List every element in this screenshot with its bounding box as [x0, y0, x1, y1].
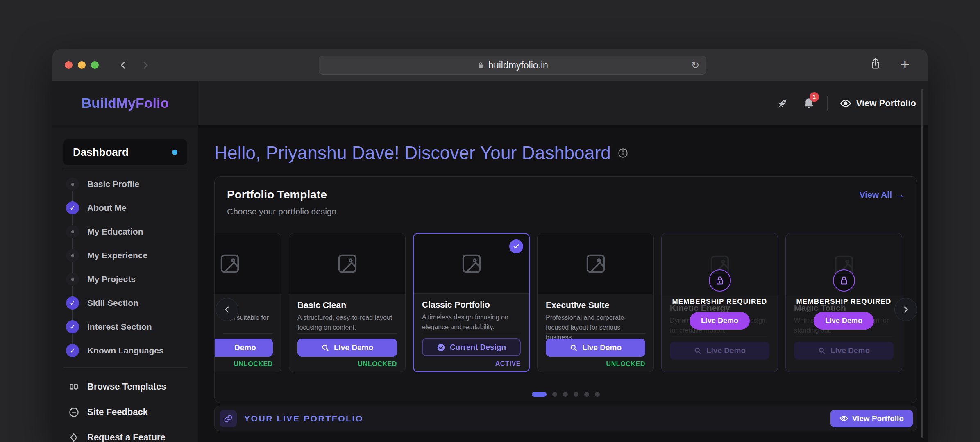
template-title: Classic Portfolio — [422, 300, 521, 310]
template-card-basic-clean[interactable]: Basic Clean A structured, easy-to-read l… — [289, 233, 406, 372]
status-badge: ACTIVE — [422, 360, 521, 367]
divider — [827, 96, 828, 111]
info-icon[interactable] — [617, 148, 628, 159]
current-design-button[interactable]: Current Design — [422, 338, 521, 356]
minimize-window-button[interactable] — [78, 61, 86, 69]
back-icon[interactable] — [116, 58, 130, 72]
template-description: A timeless design focusing on elegance a… — [422, 312, 521, 332]
divider — [63, 367, 187, 368]
live-demo-button[interactable]: Live Demo — [546, 339, 645, 357]
browser-window: buildmyfolio.in ↻ + BuildMyFolio Dashboa… — [52, 49, 928, 442]
notifications-bell-icon[interactable]: 1 — [803, 97, 815, 109]
templates-icon — [67, 381, 80, 392]
step-my-experience[interactable]: My Experience — [52, 244, 198, 267]
step-circle-icon — [66, 249, 79, 262]
check-icon: ✓ — [66, 201, 79, 214]
live-demo-button[interactable]: Demo — [215, 339, 273, 357]
eye-icon — [839, 414, 848, 423]
step-basic-profile[interactable]: Basic Profile — [52, 172, 198, 196]
close-window-button[interactable] — [65, 61, 73, 69]
step-skill-section[interactable]: ✓Skill Section — [52, 291, 198, 315]
membership-required-label: MEMBERSHIP REQUIRED — [672, 298, 767, 306]
screenshot: buildmyfolio.in ↻ + BuildMyFolio Dashboa… — [0, 0, 980, 442]
search-icon — [569, 344, 578, 352]
check-circle-icon — [437, 343, 445, 352]
sidebar-links: Browse Templates Site Feedback Request a… — [52, 374, 198, 442]
membership-overlay: MEMBERSHIP REQUIRED Live Demo — [786, 233, 902, 369]
dashboard-label: Dashboard — [73, 146, 129, 159]
carousel-next-button[interactable] — [894, 298, 917, 321]
pagination-dot[interactable] — [563, 392, 568, 397]
sidebar-item-request-feature[interactable]: Request a Feature — [52, 425, 198, 442]
pagination-dot[interactable] — [584, 392, 589, 397]
feedback-icon — [67, 407, 80, 418]
url-text: buildmyfolio.in — [488, 60, 548, 71]
step-interest-section[interactable]: ✓Interest Section — [52, 315, 198, 339]
template-card-kinetic-energy[interactable]: Kinetic Energy Dynamic and high-energy d… — [661, 233, 778, 372]
sidebar-item-site-feedback[interactable]: Site Feedback — [52, 399, 198, 425]
share-icon[interactable] — [869, 57, 882, 71]
reload-icon[interactable]: ↻ — [691, 60, 699, 70]
template-card-classic-portfolio[interactable]: Classic Portfolio A timeless design focu… — [413, 233, 530, 372]
notification-badge: 1 — [810, 92, 819, 102]
carousel-prev-button[interactable] — [216, 298, 238, 321]
template-carousel: l sign suitable for Demo UNLOCKED — [215, 233, 917, 372]
pagination-dot[interactable] — [595, 392, 600, 397]
view-portfolio-link[interactable]: View Portfolio — [840, 98, 916, 109]
rocket-icon[interactable] — [776, 97, 789, 109]
sidebar: BuildMyFolio Dashboard Basic Profile ✓Ab… — [52, 81, 198, 442]
arrow-right-icon: → — [896, 190, 905, 200]
address-bar[interactable]: buildmyfolio.in ↻ — [319, 56, 706, 75]
page-title: Hello, Priyanshu Dave! Discover Your Das… — [214, 143, 611, 163]
forward-icon[interactable] — [138, 58, 152, 72]
view-portfolio-button[interactable]: View Portfolio — [830, 410, 913, 427]
live-portfolio-bar: YOUR LIVE PORTFOLIO View Portfolio — [214, 406, 917, 431]
template-title: Executive Suite — [546, 300, 645, 310]
template-thumbnail — [538, 233, 653, 294]
divider — [63, 170, 187, 170]
sidebar-item-browse-templates[interactable]: Browse Templates — [52, 374, 198, 399]
new-tab-icon[interactable]: + — [901, 57, 910, 71]
selected-check-icon — [509, 239, 523, 253]
live-demo-pill-button[interactable]: Live Demo — [814, 312, 874, 330]
live-portfolio-label: YOUR LIVE PORTFOLIO — [244, 414, 363, 424]
divider — [223, 333, 273, 334]
app-header: 1 View Portfolio — [198, 81, 928, 125]
link-icon — [220, 410, 237, 427]
sidebar-item-dashboard[interactable]: Dashboard — [63, 139, 187, 165]
step-my-education[interactable]: My Education — [52, 220, 198, 244]
template-thumbnail — [215, 233, 281, 294]
template-card-executive-suite[interactable]: Executive Suite Professional and corpora… — [537, 233, 654, 372]
live-demo-pill-button[interactable]: Live Demo — [690, 312, 750, 330]
template-title: Basic Clean — [297, 300, 397, 310]
browser-chrome: buildmyfolio.in ↻ + — [52, 49, 928, 81]
membership-overlay: MEMBERSHIP REQUIRED Live Demo — [662, 233, 778, 369]
live-demo-button[interactable]: Live Demo — [297, 339, 397, 357]
pagination-dot-active[interactable] — [532, 392, 547, 397]
pagination-dot[interactable] — [552, 392, 557, 397]
step-about-me[interactable]: ✓About Me — [52, 196, 198, 220]
divider — [297, 333, 397, 334]
panel-title: Portfolio Template — [227, 188, 336, 201]
zoom-window-button[interactable] — [91, 61, 99, 69]
scrollbar[interactable] — [921, 89, 923, 438]
check-icon: ✓ — [66, 296, 79, 310]
divider — [546, 333, 645, 334]
status-badge: UNLOCKED — [223, 360, 273, 368]
portfolio-template-panel: Portfolio Template Choose your portfolio… — [214, 176, 917, 403]
app-logo[interactable]: BuildMyFolio — [82, 95, 169, 111]
check-icon: ✓ — [66, 320, 79, 333]
template-thumbnail — [289, 233, 405, 294]
status-badge: UNLOCKED — [546, 360, 645, 368]
pagination-dot[interactable] — [574, 392, 578, 397]
template-card-magic-touch[interactable]: Magic Touch Whimsical and unique design … — [785, 233, 902, 372]
step-my-projects[interactable]: My Projects — [52, 267, 198, 291]
check-icon: ✓ — [66, 344, 79, 357]
step-circle-icon — [66, 178, 79, 191]
profile-stepper: Basic Profile ✓About Me My Education My … — [52, 172, 198, 362]
view-all-link[interactable]: View All → — [860, 190, 905, 200]
step-circle-icon — [66, 273, 79, 286]
step-known-languages[interactable]: ✓Known Languages — [52, 339, 198, 362]
membership-required-label: MEMBERSHIP REQUIRED — [796, 298, 891, 306]
step-circle-icon — [66, 225, 79, 238]
